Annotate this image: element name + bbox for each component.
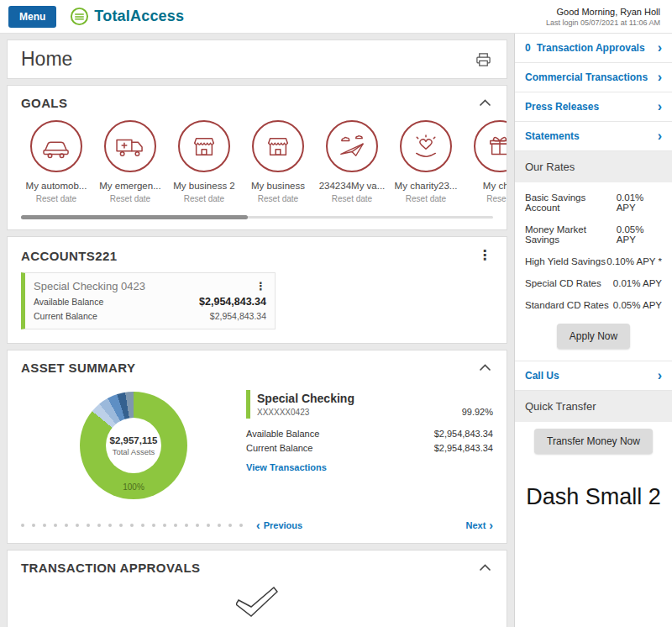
available-balance-label: Available Balance — [34, 297, 103, 307]
brand-logo: TotalAccess — [70, 7, 184, 26]
main-content: Home GOALS — [0, 34, 514, 627]
our-rates-header: Our Rates — [515, 151, 672, 182]
goal-reset-date: Reset date — [167, 194, 241, 203]
goal-icon — [252, 120, 304, 172]
pagination-dot — [43, 524, 46, 527]
goal-item[interactable]: My charity23... Reset date — [389, 120, 463, 203]
next-label: Next — [465, 520, 486, 530]
account-tile[interactable]: Special Checking 0423 ⋮ Available Balanc… — [21, 272, 276, 329]
pagination-dot — [141, 524, 144, 527]
goal-reset-date: Reset date — [241, 194, 315, 203]
pagination-dot — [152, 524, 155, 527]
transaction-approvals-card: TRANSACTION APPROVALS All caught up! No … — [7, 550, 507, 627]
goal-reset-date: Reset date — [389, 194, 463, 203]
chevron-up-icon — [479, 564, 491, 572]
chevron-right-icon: › — [658, 129, 662, 144]
sidebar-link[interactable]: 0 Transaction Approvals › — [515, 34, 672, 63]
transfer-money-now-button[interactable]: Transfer Money Now — [534, 429, 653, 454]
goals-card: GOALS My automob... Reset date My emerge… — [7, 85, 507, 230]
goals-scrollbar[interactable] — [21, 216, 493, 219]
chevron-right-icon: › — [489, 519, 493, 531]
available-balance-value: $2,954,843.34 — [199, 296, 266, 308]
goal-label: 234234My va... — [315, 181, 389, 191]
brand-name: TotalAccess — [94, 8, 184, 25]
rate-value: 0.01% APY — [613, 278, 662, 288]
goal-item[interactable]: My emergen... Reset date — [93, 120, 167, 203]
link-label: Call Us — [525, 370, 559, 382]
asset-account-details: Special Checking XXXXXX0423 99.92% Avail… — [246, 382, 493, 509]
goal-item[interactable]: My business Reset date — [241, 120, 315, 203]
account-menu-button[interactable]: ⋮ — [255, 281, 266, 292]
rate-row: Special CD Rates 0.01% APY — [515, 271, 672, 293]
goal-icon — [326, 120, 378, 172]
current-balance-label: Current Balance — [34, 311, 97, 321]
current-balance-value: $2,954,843.34 — [210, 311, 266, 321]
asset-summary-title: ASSET SUMMARY — [21, 361, 135, 375]
goal-item[interactable]: My business 2 Reset date — [167, 120, 241, 203]
transaction-approvals-collapse-button[interactable] — [477, 562, 493, 573]
chevron-up-icon — [479, 364, 491, 371]
next-button[interactable]: Next › — [465, 519, 493, 531]
pagination-dot — [76, 524, 79, 527]
pagination-dot — [21, 524, 24, 527]
apply-now-button[interactable]: Apply Now — [557, 324, 630, 349]
goal-item[interactable]: 234234My va... Reset date — [315, 120, 389, 203]
link-label: Commercial Transactions — [525, 71, 648, 83]
rate-row: High Yield Savings 0.10% APY * — [515, 250, 672, 271]
donut-center: $2,957,115 Total Assets — [106, 418, 161, 473]
goal-item[interactable]: My ch... Rese... — [463, 120, 507, 203]
pagination-dot — [163, 524, 166, 527]
rate-name: Special CD Rates — [525, 278, 601, 288]
rate-name: High Yield Savings — [525, 256, 606, 266]
goal-icon — [400, 120, 452, 172]
chevron-up-icon — [479, 99, 491, 107]
goal-icon — [30, 120, 82, 172]
sidebar-link[interactable]: Commercial Transactions › — [515, 63, 672, 92]
rates-list: Basic Savings Account 0.01% APY Money Ma… — [515, 182, 672, 317]
rate-name: Standard CD Rates — [525, 300, 609, 310]
chevron-right-icon: › — [658, 40, 662, 55]
asset-account-name: Special Checking — [257, 392, 354, 405]
goals-collapse-button[interactable] — [477, 97, 493, 108]
pagination-dot — [97, 524, 101, 527]
goal-reset-date: Reset date — [93, 194, 167, 203]
goal-label: My business — [241, 181, 315, 191]
available-balance-label: Available Balance — [246, 429, 319, 439]
sidebar-links: 0 Transaction Approvals › Commercial Tra… — [515, 34, 672, 151]
menu-button[interactable]: Menu — [8, 6, 56, 28]
rate-value: 0.05% APY — [617, 224, 662, 245]
view-transactions-link[interactable]: View Transactions — [246, 462, 327, 472]
check-icon — [236, 587, 278, 619]
transaction-approvals-title: TRANSACTION APPROVALS — [21, 561, 200, 575]
last-login-text: Last login 05/07/2021 at 11:06 AM — [546, 18, 660, 27]
goal-item[interactable]: My automob... Reset date — [19, 120, 93, 203]
link-label: Statements — [525, 130, 580, 142]
sidebar-link[interactable]: Statements › — [515, 122, 672, 151]
goal-icon — [178, 120, 230, 172]
pagination-dot — [32, 524, 35, 527]
asset-account-mask: XXXXXX0423 — [257, 408, 354, 417]
rate-value: 0.05% APY — [613, 300, 662, 310]
chevron-left-icon: ‹ — [256, 519, 260, 531]
accounts-menu-button[interactable]: ⋮ — [476, 247, 493, 264]
top-bar: Menu TotalAccess Good Morning, Ryan Holl… — [0, 0, 672, 34]
goal-label: My business 2 — [167, 181, 241, 191]
rate-value: 0.10% APY * — [606, 256, 662, 266]
rate-row: Standard CD Rates 0.05% APY — [515, 293, 672, 315]
previous-button[interactable]: ‹ Previous — [256, 519, 302, 531]
chevron-right-icon: › — [658, 99, 662, 114]
kebab-icon: ⋮ — [478, 249, 491, 262]
pagination-dot — [108, 524, 112, 527]
greeting-text: Good Morning, Ryan Holl — [546, 7, 660, 17]
pagination-dot — [54, 524, 57, 527]
goal-icon — [104, 120, 156, 172]
accounts-title: ACCOUNTS221 — [21, 249, 117, 263]
sidebar-link-call-us[interactable]: Call Us › — [515, 361, 672, 391]
sidebar-link[interactable]: Press Releases › — [515, 92, 672, 122]
print-button[interactable] — [474, 50, 493, 69]
goal-reset-date: Rese... — [463, 194, 507, 203]
asset-summary-collapse-button[interactable] — [477, 362, 493, 373]
link-count: 0 — [525, 42, 531, 54]
goals-scrollbar-thumb[interactable] — [21, 215, 248, 219]
goal-label: My emergen... — [93, 181, 167, 191]
